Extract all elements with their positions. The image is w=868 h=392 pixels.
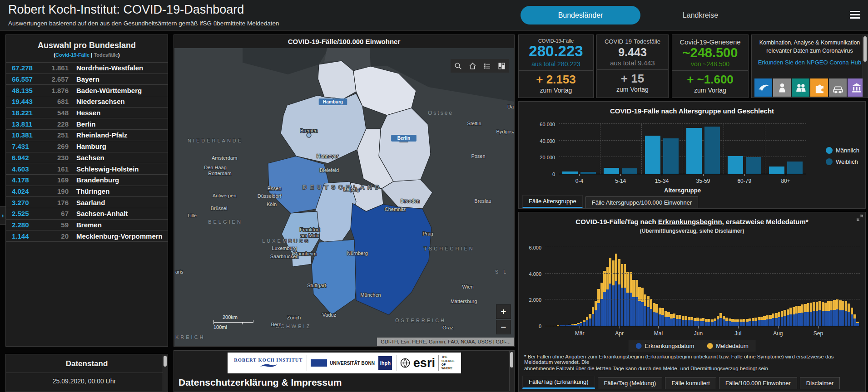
daily-bar-meldung [845, 301, 848, 311]
map-region-bremen[interactable] [307, 133, 311, 137]
age-bar-Männlich-15-34[interactable] [645, 136, 660, 174]
age-tab-0[interactable]: Fälle Altersgruppe [522, 195, 583, 208]
daily-bar [676, 315, 679, 326]
daily-tab-3[interactable]: Fälle/100.000 Einwohner [719, 377, 797, 389]
zoom-in-button[interactable]: + [496, 304, 511, 319]
daily-tab-2[interactable]: Fälle kumuliert [665, 377, 716, 389]
germany-map[interactable]: OstseeDaStettinBydgoszczPosenBreslauPrag… [174, 48, 514, 346]
age-tab-1[interactable]: Fälle Altersgruppe/100.000 Einwohner [585, 196, 698, 208]
age-bar-Männlich-60-79[interactable] [728, 156, 743, 174]
legend-label: Weiblich [836, 158, 858, 165]
age-bar-Männlich-0-4[interactable] [562, 172, 578, 174]
hub-text-line2: relevanter Daten zum Coronavirus [752, 47, 868, 55]
age-bar-Männlich-80+[interactable] [769, 167, 784, 174]
map-region-bayern[interactable] [351, 203, 432, 315]
daily-bar [655, 304, 658, 326]
state-row[interactable]: 2.28059Bremen [6, 220, 168, 231]
search-icon[interactable] [452, 60, 464, 72]
state-row[interactable]: 7.431269Hamburg [6, 141, 168, 152]
npgeo-hub-link[interactable]: Erkunden Sie den NPGEO Corona Hub [752, 59, 868, 66]
daily-bar-erkrankung [810, 312, 813, 326]
daily-bar-meldung [670, 314, 673, 318]
daily-bar [787, 309, 789, 326]
daily-bar-erkrankung [635, 297, 638, 326]
age-chart-title: COVID-19-Fälle nach Altersgruppe und Ges… [519, 107, 865, 115]
map-label-BELGIEN: BELGIEN [208, 219, 243, 225]
state-row[interactable]: 1.14420Mecklenburg-Vorpommern [6, 230, 168, 242]
state-name: Rheinland-Pfalz [76, 131, 128, 139]
state-row[interactable]: 13.811228Berlin [6, 118, 168, 130]
panel-expander-chevron[interactable]: › [0, 206, 6, 225]
daily-tab-1[interactable]: Fälle/Tag (Meldung) [598, 377, 663, 389]
state-deaths: 1.861 [42, 64, 69, 72]
tab-landkreise[interactable]: Landkreise [669, 6, 732, 24]
age-bar-Männlich-35-59[interactable] [686, 128, 702, 174]
impressum-heading[interactable]: Datenschutzerklärung & Impressum [179, 377, 342, 388]
home-icon[interactable] [466, 60, 478, 72]
state-row[interactable]: 10.381251Rheinland-Pfalz [6, 130, 168, 141]
daily-bar [725, 318, 728, 326]
daily-tab-4[interactable]: Disclaimer [800, 377, 840, 389]
legend-list-icon[interactable] [481, 60, 493, 72]
age-bar-Weiblich-15-34[interactable] [663, 138, 679, 174]
age-bar-Weiblich-5-14[interactable] [622, 168, 637, 174]
state-deaths: 59 [42, 221, 69, 229]
daily-bar-erkrankung [679, 319, 682, 326]
age-bar-Weiblich-80+[interactable] [787, 162, 803, 174]
daily-bar-erkrankung [769, 319, 772, 326]
expand-icon[interactable] [856, 214, 863, 223]
state-row[interactable]: 4.178169Brandenburg [6, 175, 168, 186]
age-bar-Männlich-5-14[interactable] [604, 168, 619, 174]
state-row[interactable]: 6.942230Sachsen [6, 152, 168, 164]
daily-bar-meldung [818, 301, 821, 310]
map-label-Dresden: Dresden [401, 198, 420, 204]
person-pin-icon[interactable] [773, 78, 791, 97]
daily-bar [798, 306, 801, 326]
daily-bar-erkrankung [630, 293, 632, 326]
state-row[interactable]: 4.603161Schleswig-Holstein [6, 163, 168, 175]
footer-scrollbar[interactable] [509, 351, 514, 391]
state-cases: 2.525 [6, 210, 42, 217]
map-label-Stettin: Stettin [467, 121, 481, 126]
hub-tile-strip [754, 78, 865, 98]
state-row[interactable]: 67.2781.861Nordrhein-Westfalen [6, 63, 168, 74]
state-row[interactable]: 19.443681Niedersachsen [6, 96, 168, 108]
state-deaths: 176 [42, 199, 69, 206]
state-row[interactable]: 66.5572.657Bayern [6, 74, 168, 85]
bird-icon[interactable] [754, 78, 772, 97]
age-bar-Weiblich-35-59[interactable] [704, 127, 720, 174]
daily-bar [624, 264, 626, 326]
hub-scrollbar[interactable] [863, 35, 867, 97]
state-row[interactable]: 4.024190Thüringen [6, 186, 168, 197]
daily-tab-0[interactable]: Fälle/Tag (Erkrankung) [522, 376, 595, 389]
daily-bar [621, 264, 624, 326]
age-bar-Weiblich-60-79[interactable] [746, 157, 761, 174]
state-row[interactable]: 3.270176Saarland [6, 197, 168, 208]
state-name: Sachsen-Anhalt [76, 210, 128, 217]
zoom-out-button[interactable]: − [496, 320, 511, 334]
tab-bundeslaender[interactable]: Bundesländer [521, 6, 640, 24]
daily-bar [818, 301, 821, 326]
daily-bar [822, 302, 824, 326]
map-label-KREICH: KREICH [175, 334, 205, 340]
puzzle-icon[interactable] [810, 78, 828, 97]
state-row[interactable]: 2.52567Sachsen-Anhalt [6, 208, 168, 220]
basemap-icon[interactable] [496, 60, 507, 72]
divider [672, 70, 748, 71]
daily-ytick: 0 [516, 323, 541, 329]
menu-icon[interactable] [850, 11, 860, 20]
map-region-sachsen[interactable] [382, 180, 432, 209]
state-row[interactable]: 18.221548Hessen [6, 108, 168, 119]
state-row[interactable]: 48.1351.876Baden-Württemberg [6, 85, 168, 96]
daily-bar-erkrankung [763, 320, 766, 326]
daily-bar-meldung [789, 308, 792, 314]
daily-bar-erkrankung [571, 325, 574, 326]
age-bar-Weiblich-0-4[interactable] [580, 172, 596, 174]
map-label-Frankfurt: Frankfurt [300, 227, 320, 232]
people-icon[interactable] [792, 78, 809, 97]
datenstand-scrollbar[interactable] [163, 355, 167, 391]
map-canvas[interactable]: OstseeDaStettinBydgoszczPosenBreslauPrag… [174, 48, 514, 346]
daily-bar-meldung [606, 267, 609, 289]
daily-bars [545, 247, 860, 326]
car-icon[interactable] [829, 78, 847, 97]
